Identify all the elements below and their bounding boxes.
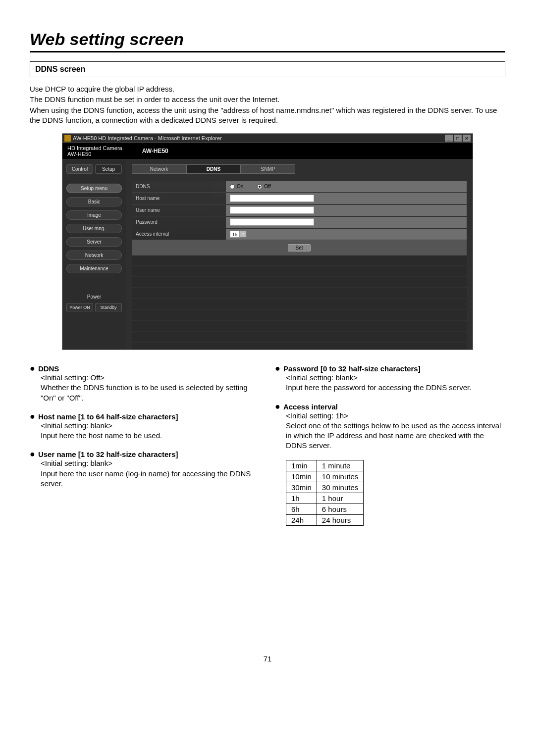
item-line: Whether the DDNS function is to be used … [41, 383, 260, 403]
item-title-access-interval: Access interval [283, 403, 338, 411]
tab-network[interactable]: Network [132, 164, 186, 174]
item-title-hostname: Host name [1 to 64 half-size characters] [38, 412, 178, 421]
cell: 1 minute [317, 460, 363, 471]
interval-table: 1min1 minute 10min10 minutes 30min30 min… [286, 460, 364, 526]
power-on-button[interactable]: Power ON [66, 303, 93, 311]
sidebar-item-maintenance[interactable]: Maintenance [66, 264, 122, 273]
bullet-icon: ● [275, 364, 280, 373]
bullet-icon: ● [30, 412, 35, 421]
bullet-icon: ● [30, 364, 35, 373]
empty-area [132, 255, 467, 350]
cell: 1h [286, 493, 317, 504]
settings-form: DDNS On Off Host name User name Password [132, 181, 467, 255]
bullet-icon: ● [275, 402, 280, 411]
intro-line: When using the DDNS function, access the… [30, 105, 505, 126]
radio-on[interactable]: On [230, 184, 243, 189]
main-panel: Network DDNS SNMP DDNS On Off Host name [126, 159, 473, 350]
select-value: 1h [230, 231, 240, 238]
table-row: 10min10 minutes [286, 471, 364, 482]
cell: 6h [286, 504, 317, 514]
maximize-icon[interactable]: □ [454, 135, 462, 142]
intro-text: Use DHCP to acquire the global IP addres… [30, 84, 505, 125]
access-interval-select[interactable]: 1h ▾ [230, 231, 247, 238]
row-label-ddns: DDNS [132, 184, 226, 189]
sidebar-tab-control[interactable]: Control [66, 164, 93, 174]
cell: 1min [286, 460, 317, 471]
cell: 6 hours [317, 504, 363, 514]
cell: 1 hour [317, 493, 363, 504]
cell: 24h [286, 514, 317, 525]
sidebar: Control Setup Setup menu Basic Image Use… [62, 159, 126, 350]
table-row: 1min1 minute [286, 460, 364, 471]
table-row: 24h24 hours [286, 514, 364, 525]
intro-line: Use DHCP to acquire the global IP addres… [30, 84, 505, 94]
item-line: <Initial setting: Off> [41, 373, 260, 383]
set-button[interactable]: Set [288, 244, 310, 252]
right-column: ●Password [0 to 32 half-size characters]… [275, 364, 505, 526]
model-label: AW-HE50 [142, 148, 168, 154]
tab-ddns[interactable]: DDNS [186, 164, 241, 174]
section-box: DDNS screen [30, 61, 505, 77]
minimize-icon[interactable]: _ [445, 135, 453, 142]
intro-line: The DDNS function must be set in order t… [30, 95, 505, 104]
username-input[interactable] [230, 206, 314, 214]
app-header: HD Integrated Camera AW-HE50 AW-HE50 [62, 143, 473, 159]
app-icon [64, 135, 71, 142]
header-line2: AW-HE50 [67, 151, 122, 157]
cell: 24 hours [317, 514, 363, 525]
item-line: <Initial setting: blank> [286, 373, 505, 383]
page-title: Web setting screen [30, 30, 505, 52]
item-line: <Initial setting: 1h> [286, 411, 505, 421]
row-label-hostname: Host name [132, 196, 226, 201]
item-title-password: Password [0 to 32 half-size characters] [283, 364, 421, 373]
page-number: 71 [30, 655, 505, 663]
row-label-access-interval: Access interval [132, 231, 226, 237]
screenshot-window: AW-HE50 HD Integrated Camera - Microsoft… [62, 133, 473, 350]
window-title: AW-HE50 HD Integrated Camera - Microsoft… [73, 135, 222, 141]
item-title-ddns: DDNS [38, 364, 59, 373]
bullet-icon: ● [30, 450, 35, 458]
cell: 30min [286, 482, 317, 493]
chevron-down-icon[interactable]: ▾ [240, 231, 247, 238]
table-row: 30min30 minutes [286, 482, 364, 493]
item-title-username: User name [1 to 32 half-size characters] [38, 450, 178, 458]
section-heading: DDNS screen [35, 65, 500, 74]
sidebar-category: Setup menu [66, 184, 122, 193]
item-line: Input here the host name to be used. [41, 431, 260, 441]
left-column: ●DDNS <Initial setting: Off> Whether the… [30, 364, 260, 526]
item-line: Select one of the settings below to be u… [286, 421, 505, 451]
row-label-username: User name [132, 207, 226, 213]
close-icon[interactable]: ✕ [463, 135, 471, 142]
sidebar-tab-setup[interactable]: Setup [95, 164, 122, 174]
power-label: Power [66, 294, 122, 300]
window-titlebar: AW-HE50 HD Integrated Camera - Microsoft… [62, 134, 473, 143]
tab-snmp[interactable]: SNMP [241, 164, 295, 174]
table-row: 1h1 hour [286, 493, 364, 504]
cell: 30 minutes [317, 482, 363, 493]
item-line: Input here the password for accessing th… [286, 383, 505, 393]
item-line: <Initial setting: blank> [41, 458, 260, 468]
cell: 10min [286, 471, 317, 482]
sidebar-item-server[interactable]: Server [66, 237, 122, 247]
item-line: Input here the user name (log-in name) f… [41, 469, 260, 489]
table-row: 6h6 hours [286, 504, 364, 514]
row-label-password: Password [132, 219, 226, 225]
sidebar-item-usermng[interactable]: User mng. [66, 224, 122, 233]
cell: 10 minutes [317, 471, 363, 482]
power-standby-button[interactable]: Standby [95, 303, 122, 311]
password-input[interactable] [230, 218, 314, 226]
sidebar-item-basic[interactable]: Basic [66, 197, 122, 206]
radio-off[interactable]: Off [257, 184, 270, 189]
sidebar-item-network[interactable]: Network [66, 251, 122, 260]
item-line: <Initial setting: blank> [41, 421, 260, 431]
header-line1: HD Integrated Camera [67, 145, 122, 151]
sidebar-item-image[interactable]: Image [66, 210, 122, 220]
hostname-input[interactable] [230, 195, 314, 202]
